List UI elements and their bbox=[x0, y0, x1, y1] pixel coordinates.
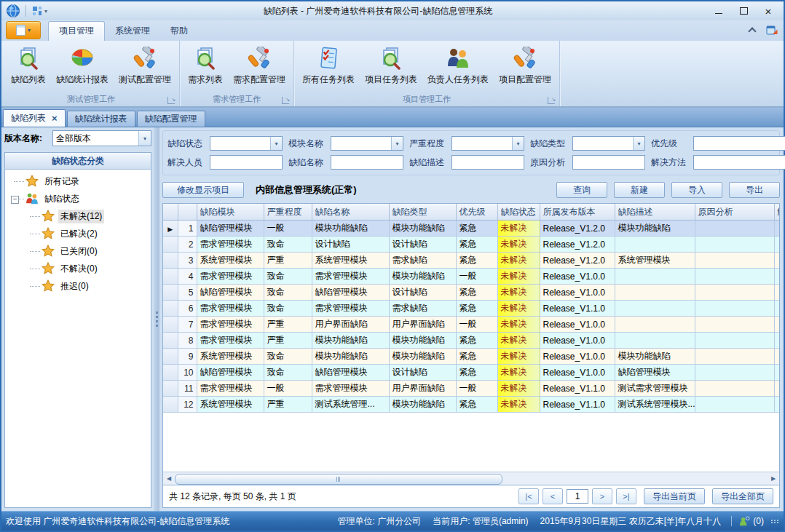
status-cell[interactable]: 未解决 bbox=[497, 253, 540, 269]
filter-input-缺陷描述[interactable] bbox=[451, 155, 524, 170]
ribbon-collapse-icon[interactable] bbox=[749, 28, 756, 32]
cell[interactable] bbox=[774, 397, 780, 413]
cell[interactable]: 设计缺陷 bbox=[389, 237, 456, 253]
chevron-down-icon[interactable]: ▾ bbox=[138, 131, 151, 146]
cell[interactable]: 系统管理模块 bbox=[312, 253, 389, 269]
cell[interactable]: 紧急 bbox=[456, 333, 497, 349]
ribbon-button-测试配置管理[interactable]: 测试配置管理 bbox=[114, 44, 176, 87]
cell[interactable]: 需求管理模块 bbox=[197, 301, 264, 317]
row-number[interactable]: 12 bbox=[178, 397, 197, 413]
status-cell[interactable]: 未解决 bbox=[497, 221, 540, 237]
tree-item-缺陷状态[interactable]: 缺陷状态 – bbox=[9, 190, 151, 207]
cell[interactable]: 测试系统管理模块... bbox=[615, 397, 695, 413]
scrollbar-thumb[interactable] bbox=[175, 474, 502, 485]
filter-input[interactable] bbox=[573, 156, 644, 168]
cell[interactable] bbox=[695, 221, 774, 237]
cell[interactable]: 致命 bbox=[264, 301, 312, 317]
cell[interactable]: 模块功能缺陷 bbox=[312, 221, 389, 237]
cell[interactable]: 需求管理模块 bbox=[197, 269, 264, 285]
next-page-button[interactable]: > bbox=[592, 488, 612, 504]
cell[interactable] bbox=[695, 301, 774, 317]
grid-header-row[interactable]: 缺陷模块 严重程度 缺陷名称 缺陷类型 优先级 缺陷状态 所属发布版本 缺陷描述… bbox=[163, 204, 780, 221]
cell[interactable]: 一般 bbox=[264, 221, 312, 237]
cell[interactable]: 需求管理模块 bbox=[197, 237, 264, 253]
filter-input[interactable] bbox=[452, 138, 512, 149]
version-combobox[interactable]: 全部版本 ▾ bbox=[52, 130, 151, 146]
horizontal-scrollbar[interactable]: ◀ ▶ bbox=[163, 472, 779, 485]
filter-input-原因分析[interactable] bbox=[572, 155, 645, 170]
cell[interactable]: 缺陷管理模块 bbox=[312, 365, 389, 381]
cell[interactable]: Release_V1.2.0 bbox=[540, 221, 615, 237]
grid-row-1[interactable]: ▶1缺陷管理模块一般模块功能缺陷模块功能缺陷紧急未解决Release_V1.2.… bbox=[163, 221, 780, 237]
cell[interactable]: 模块功能缺陷 bbox=[389, 397, 456, 413]
row-number[interactable]: 8 bbox=[178, 333, 197, 349]
cell[interactable]: Release_V1.0.0 bbox=[540, 349, 615, 365]
status-cell[interactable]: 未解决 bbox=[497, 397, 540, 413]
export-button[interactable]: 导出 bbox=[729, 182, 780, 198]
cell[interactable]: 紧急 bbox=[456, 253, 497, 269]
filter-select-缺陷状态[interactable]: ▾ bbox=[210, 136, 283, 151]
cell[interactable] bbox=[774, 221, 780, 237]
grid-row-4[interactable]: 4需求管理模块致命需求管理模块模块功能缺陷一般未解决Release_V1.0.0 bbox=[163, 269, 780, 285]
cell[interactable] bbox=[695, 285, 774, 301]
cell[interactable]: 模块功能缺陷 bbox=[312, 333, 389, 349]
cell[interactable]: 系统管理模块 bbox=[197, 253, 264, 269]
cell[interactable]: 严重 bbox=[264, 317, 312, 333]
cell[interactable] bbox=[695, 365, 774, 381]
cell[interactable]: 一般 bbox=[456, 269, 497, 285]
tree-item-已关闭(0)[interactable]: 已关闭(0) bbox=[9, 242, 151, 260]
grid-row-8[interactable]: 8需求管理模块严重模块功能缺陷模块功能缺陷紧急未解决Release_V1.0.0 bbox=[163, 333, 780, 349]
tree-item-已解决(2)[interactable]: 已解决(2) bbox=[9, 225, 151, 242]
filter-input-解决方法[interactable] bbox=[693, 155, 785, 170]
doc-tab-defect-report[interactable]: 缺陷统计报表 bbox=[67, 111, 135, 127]
status-cell[interactable]: 未解决 bbox=[497, 349, 540, 365]
resize-grip[interactable] bbox=[771, 520, 779, 523]
ribbon-button-项目任务列表[interactable]: 项目任务列表 bbox=[360, 44, 422, 87]
tree-item-未解决(12)[interactable]: 未解决(12) bbox=[9, 207, 151, 225]
cell[interactable] bbox=[774, 381, 780, 397]
status-cell[interactable]: 未解决 bbox=[497, 285, 540, 301]
ribbon-button-需求配置管理[interactable]: 需求配置管理 bbox=[228, 44, 291, 87]
cell[interactable]: 致命 bbox=[264, 237, 312, 253]
cell[interactable]: 设计缺陷 bbox=[389, 285, 456, 301]
cell[interactable] bbox=[615, 333, 695, 349]
status-cell[interactable]: 未解决 bbox=[497, 365, 540, 381]
cell[interactable] bbox=[774, 333, 780, 349]
cell[interactable] bbox=[774, 285, 780, 301]
cell[interactable]: 需求管理模块 bbox=[197, 317, 264, 333]
tree-item-所有记录[interactable]: 所有记录 bbox=[9, 172, 151, 190]
cell[interactable]: 需求管理模块 bbox=[197, 333, 264, 349]
cell[interactable]: 一般 bbox=[456, 317, 497, 333]
cell[interactable]: 模块功能缺陷 bbox=[389, 269, 456, 285]
cell[interactable]: 缺陷管理模块 bbox=[197, 365, 264, 381]
cell[interactable] bbox=[774, 317, 780, 333]
cell[interactable]: 模块功能缺陷 bbox=[389, 221, 456, 237]
scroll-left-icon[interactable]: ◀ bbox=[163, 473, 175, 484]
cell[interactable]: Release_V1.0.0 bbox=[540, 333, 615, 349]
scroll-right-icon[interactable]: ▶ bbox=[768, 473, 779, 484]
grid-row-3[interactable]: 3系统管理模块严重系统管理模块需求缺陷紧急未解决Release_V1.2.0系统… bbox=[163, 253, 780, 269]
status-cell[interactable]: 未解决 bbox=[497, 269, 540, 285]
ribbon-button-缺陷列表[interactable]: 缺陷列表 bbox=[6, 44, 51, 87]
grid-row-9[interactable]: 9系统管理模块致命模块功能缺陷模块功能缺陷紧急未解决Release_V1.0.0… bbox=[163, 349, 780, 365]
grid-row-7[interactable]: 7需求管理模块严重用户界面缺陷用户界面缺陷一般未解决Release_V1.0.0 bbox=[163, 317, 780, 333]
prev-page-button[interactable]: < bbox=[543, 488, 563, 504]
import-button[interactable]: 导入 bbox=[671, 182, 722, 198]
cell[interactable]: 需求管理模块 bbox=[312, 301, 389, 317]
cell[interactable]: 测试需求管理模块 bbox=[615, 381, 695, 397]
cell[interactable]: 紧急 bbox=[456, 349, 497, 365]
cell[interactable]: 设计缺陷 bbox=[389, 365, 456, 381]
cell[interactable]: 严重 bbox=[264, 253, 312, 269]
new-button[interactable]: 新建 bbox=[614, 182, 665, 198]
cell[interactable]: Release_V1.1.0 bbox=[540, 397, 615, 413]
cell[interactable] bbox=[695, 381, 774, 397]
ribbon-tab-help[interactable]: 帮助 bbox=[160, 22, 198, 41]
cell[interactable]: Release_V1.0.0 bbox=[540, 285, 615, 301]
row-number[interactable]: 4 bbox=[178, 269, 197, 285]
cell[interactable]: 需求缺陷 bbox=[389, 253, 456, 269]
filter-input[interactable] bbox=[573, 138, 633, 149]
filter-input[interactable] bbox=[331, 138, 391, 149]
row-number[interactable]: 11 bbox=[178, 381, 197, 397]
cell[interactable]: 缺陷管理模块 bbox=[615, 365, 695, 381]
filter-input[interactable] bbox=[210, 138, 270, 149]
